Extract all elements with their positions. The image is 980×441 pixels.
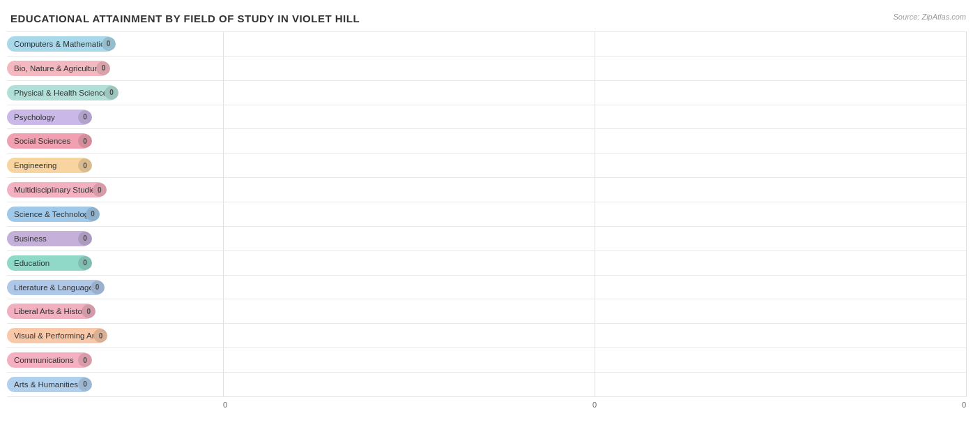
grid-row-liberal-arts	[223, 299, 966, 324]
bar-value-liberal-arts: 0	[82, 304, 95, 318]
bar-pill-communications: Communications0	[7, 352, 91, 368]
bar-value-bio-nature: 0	[96, 61, 110, 75]
bar-row-physical-health: Physical & Health Sciences0	[7, 81, 223, 105]
bar-label-multidisciplinary: Multidisciplinary Studies	[14, 186, 100, 194]
bar-row-science-tech: Science & Technology0	[7, 202, 223, 227]
x-axis: 0 0 0	[223, 397, 966, 409]
bar-label-liberal-arts: Liberal Arts & History	[14, 307, 89, 315]
bar-label-engineering: Engineering	[14, 161, 56, 170]
bar-pill-bio-nature: Bio, Nature & Agricultural0	[7, 61, 109, 76]
bar-label-business: Business	[14, 234, 47, 243]
bars-section: Computers & Mathematics0Bio, Nature & Ag…	[7, 31, 223, 397]
grid-row-social-sciences	[223, 129, 966, 154]
bar-row-psychology: Psychology0	[7, 105, 223, 130]
bar-wrapper-communications: Communications0	[7, 352, 209, 368]
bar-pill-business: Business0	[7, 231, 91, 246]
bar-label-education: Education	[14, 259, 49, 267]
grid-row-education	[223, 251, 966, 276]
bar-label-literature-lang: Literature & Languages	[14, 283, 98, 292]
grid-row-engineering	[223, 154, 966, 178]
bar-row-business: Business0	[7, 227, 223, 251]
bar-value-education: 0	[78, 256, 92, 270]
bar-wrapper-multidisciplinary: Multidisciplinary Studies0	[7, 182, 209, 197]
grid-row-bio-nature	[223, 57, 966, 81]
bar-row-computers-math: Computers & Mathematics0	[7, 31, 223, 57]
bar-label-science-tech: Science & Technology	[14, 210, 93, 218]
bar-wrapper-psychology: Psychology0	[7, 110, 209, 125]
bar-label-physical-health: Physical & Health Sciences	[14, 89, 112, 97]
bar-value-physical-health: 0	[105, 86, 118, 100]
bar-row-bio-nature: Bio, Nature & Agricultural0	[7, 57, 223, 81]
bar-row-communications: Communications0	[7, 348, 223, 373]
bar-wrapper-arts-humanities: Arts & Humanities0	[7, 377, 209, 392]
bar-pill-visual-arts: Visual & Performing Arts0	[7, 328, 106, 343]
chart-area: Computers & Mathematics0Bio, Nature & Ag…	[7, 31, 966, 397]
bar-row-social-sciences: Social Sciences0	[7, 129, 223, 154]
bar-label-computers-math: Computers & Mathematics	[14, 40, 109, 48]
bar-label-communications: Communications	[14, 356, 74, 364]
bar-row-visual-arts: Visual & Performing Arts0	[7, 324, 223, 348]
bar-value-science-tech: 0	[86, 207, 100, 221]
source-label: Source: ZipAtlas.com	[893, 13, 966, 21]
grid-row-communications	[223, 348, 966, 373]
bar-label-arts-humanities: Arts & Humanities	[14, 380, 78, 389]
x-axis-label-2: 0	[962, 401, 966, 409]
bar-pill-liberal-arts: Liberal Arts & History0	[7, 304, 94, 319]
bar-row-arts-humanities: Arts & Humanities0	[7, 373, 223, 397]
bar-value-multidisciplinary: 0	[93, 183, 107, 197]
grid-row-psychology	[223, 105, 966, 130]
bar-pill-engineering: Engineering0	[7, 158, 91, 173]
bar-wrapper-engineering: Engineering0	[7, 158, 209, 173]
grid-row-multidisciplinary	[223, 178, 966, 202]
grid-section	[223, 31, 966, 397]
bar-value-arts-humanities: 0	[78, 378, 92, 391]
grid-row-visual-arts	[223, 324, 966, 348]
grid-row-physical-health	[223, 81, 966, 105]
bar-value-engineering: 0	[78, 158, 92, 172]
bar-wrapper-science-tech: Science & Technology0	[7, 207, 209, 222]
bar-pill-arts-humanities: Arts & Humanities0	[7, 377, 91, 392]
x-axis-label-1: 0	[592, 401, 597, 409]
bar-pill-science-tech: Science & Technology0	[7, 207, 98, 222]
x-axis-label-0: 0	[223, 401, 227, 409]
bar-value-business: 0	[78, 232, 92, 246]
bar-row-engineering: Engineering0	[7, 154, 223, 178]
bar-wrapper-education: Education0	[7, 255, 209, 271]
bar-pill-computers-math: Computers & Mathematics0	[7, 36, 114, 52]
bar-value-computers-math: 0	[102, 37, 116, 51]
bar-pill-physical-health: Physical & Health Sciences0	[7, 85, 117, 100]
grid-row-computers-math	[223, 31, 966, 57]
bar-value-communications: 0	[78, 353, 92, 367]
grid-row-arts-humanities	[223, 373, 966, 397]
bar-label-social-sciences: Social Sciences	[14, 137, 70, 145]
bar-row-literature-lang: Literature & Languages0	[7, 276, 223, 300]
chart-container: EDUCATIONAL ATTAINMENT BY FIELD OF STUDY…	[0, 0, 980, 441]
bar-label-visual-arts: Visual & Performing Arts	[14, 331, 100, 340]
bar-pill-multidisciplinary: Multidisciplinary Studies0	[7, 182, 105, 197]
bar-row-education: Education0	[7, 251, 223, 276]
bar-row-multidisciplinary: Multidisciplinary Studies0	[7, 178, 223, 202]
bar-wrapper-liberal-arts: Liberal Arts & History0	[7, 304, 209, 319]
bar-pill-psychology: Psychology0	[7, 110, 91, 125]
bar-pill-literature-lang: Literature & Languages0	[7, 280, 103, 295]
bar-pill-education: Education0	[7, 255, 91, 271]
bar-label-psychology: Psychology	[14, 113, 55, 121]
bar-value-visual-arts: 0	[93, 329, 107, 343]
chart-title: EDUCATIONAL ATTAINMENT BY FIELD OF STUDY…	[7, 13, 966, 24]
bar-wrapper-computers-math: Computers & Mathematics0	[7, 36, 209, 52]
grid-vline-2	[966, 31, 967, 397]
bar-wrapper-physical-health: Physical & Health Sciences0	[7, 85, 209, 100]
bar-value-literature-lang: 0	[91, 281, 105, 294]
bar-wrapper-bio-nature: Bio, Nature & Agricultural0	[7, 61, 209, 76]
grid-row-literature-lang	[223, 276, 966, 300]
bar-label-bio-nature: Bio, Nature & Agricultural	[14, 64, 103, 73]
bar-wrapper-literature-lang: Literature & Languages0	[7, 280, 209, 295]
grid-row-science-tech	[223, 202, 966, 227]
bar-row-liberal-arts: Liberal Arts & History0	[7, 299, 223, 324]
bar-wrapper-social-sciences: Social Sciences0	[7, 133, 209, 149]
bar-value-psychology: 0	[78, 110, 92, 124]
bar-value-social-sciences: 0	[78, 134, 92, 148]
bar-wrapper-business: Business0	[7, 231, 209, 246]
bar-pill-social-sciences: Social Sciences0	[7, 133, 91, 149]
grid-row-business	[223, 227, 966, 251]
